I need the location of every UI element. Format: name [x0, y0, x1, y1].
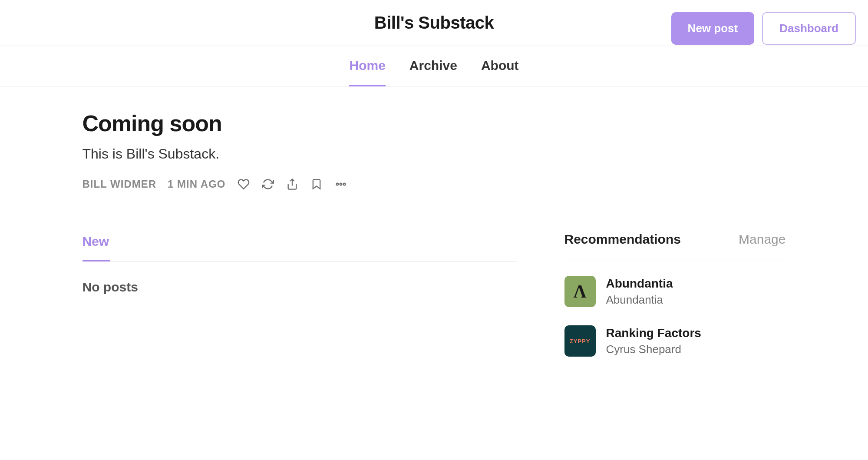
restack-icon[interactable] — [261, 178, 274, 191]
more-icon[interactable] — [334, 178, 347, 191]
recommendation-avatar: Λ — [564, 276, 596, 307]
recommendation-avatar: ZYPPY — [564, 325, 596, 357]
content: Coming soon This is Bill's Substack. BIL… — [61, 86, 808, 378]
svg-point-3 — [343, 183, 345, 185]
recommendation-text: Abundantia Abundantia — [606, 277, 673, 307]
post-author[interactable]: BILL WIDMER — [83, 178, 157, 190]
share-icon[interactable] — [286, 178, 299, 191]
svg-point-1 — [336, 183, 338, 185]
nav-home[interactable]: Home — [349, 46, 385, 86]
featured-post-title[interactable]: Coming soon — [83, 110, 517, 136]
sidebar-header: Recommendations Manage — [564, 232, 786, 259]
featured-post-meta: BILL WIDMER 1 MIN AGO — [83, 178, 517, 191]
recommendation-item[interactable]: Λ Abundantia Abundantia — [564, 276, 786, 307]
nav-tabs: Home Archive About — [0, 46, 868, 86]
main-column: Coming soon This is Bill's Substack. BIL… — [83, 110, 517, 357]
no-posts-message: No posts — [83, 280, 517, 295]
manage-recommendations[interactable]: Manage — [739, 232, 785, 247]
svg-point-2 — [340, 183, 342, 185]
bookmark-icon[interactable] — [310, 178, 323, 191]
nav-archive[interactable]: Archive — [409, 46, 457, 86]
featured-post-subtitle: This is Bill's Substack. — [83, 146, 517, 162]
recommendation-name: Ranking Factors — [606, 326, 701, 340]
recommendation-author: Cyrus Shepard — [606, 343, 701, 356]
sidebar: Recommendations Manage Λ Abundantia Abun… — [564, 110, 786, 357]
recommendation-text: Ranking Factors Cyrus Shepard — [606, 326, 701, 356]
header: Bill's Substack New post Dashboard — [0, 0, 868, 46]
new-post-button[interactable]: New post — [671, 12, 755, 45]
recommendation-name: Abundantia — [606, 277, 673, 291]
nav-about[interactable]: About — [481, 46, 519, 86]
header-buttons: New post Dashboard — [671, 12, 856, 45]
recommendations-title: Recommendations — [564, 232, 681, 247]
recommendation-item[interactable]: ZYPPY Ranking Factors Cyrus Shepard — [564, 325, 786, 357]
tab-new[interactable]: New — [83, 234, 109, 261]
site-title[interactable]: Bill's Substack — [374, 13, 494, 33]
posts-tabs: New — [83, 234, 517, 261]
recommendation-author: Abundantia — [606, 293, 673, 307]
post-time: 1 MIN AGO — [168, 178, 225, 190]
recommendations-list: Λ Abundantia Abundantia ZYPPY Ranking Fa… — [564, 276, 786, 357]
heart-icon[interactable] — [237, 178, 250, 191]
dashboard-button[interactable]: Dashboard — [762, 12, 856, 45]
